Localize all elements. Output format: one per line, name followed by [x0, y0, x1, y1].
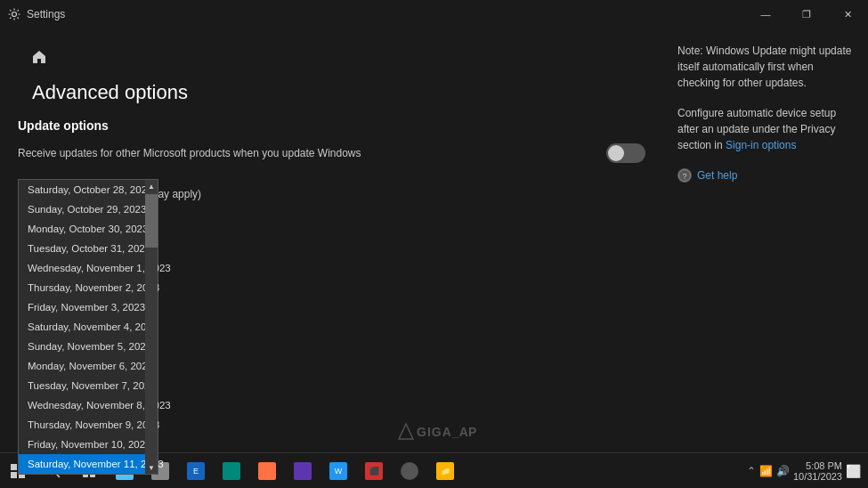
- date-dropdown[interactable]: Saturday, October 28, 2023 Sunday, Octob…: [18, 179, 158, 475]
- receive-updates-row: Receive updates for other Microsoft prod…: [18, 143, 645, 170]
- titlebar-controls: — ❐ ✕: [745, 0, 868, 28]
- dropdown-item-1[interactable]: Sunday, October 29, 2023: [19, 199, 158, 219]
- dropdown-item-11[interactable]: Wednesday, November 8, 2023: [19, 395, 158, 415]
- dropdown-area: connections (extra charges may apply) Sa…: [18, 188, 645, 200]
- taskbar-app-5[interactable]: [249, 453, 285, 489]
- page-header: Advanced options: [18, 74, 645, 118]
- dropdown-item-12[interactable]: Thursday, November 9, 2023: [19, 415, 158, 435]
- taskbar-app-8[interactable]: ⬛: [356, 453, 392, 489]
- svg-text:_AP: _AP: [451, 425, 476, 439]
- scrollbar-thumb[interactable]: [145, 194, 158, 248]
- update-options-section: Update options Receive updates for other…: [18, 118, 645, 488]
- notifications-button[interactable]: ⬜: [846, 464, 861, 478]
- main-content: Advanced options Update options Receive …: [0, 28, 868, 452]
- close-button[interactable]: ✕: [827, 0, 868, 28]
- help-row: ? Get help: [677, 167, 854, 183]
- receive-updates-toggle[interactable]: [606, 143, 645, 163]
- dropdown-item-8[interactable]: Sunday, November 5, 2023: [19, 337, 158, 356]
- main-left: Advanced options Update options Receive …: [0, 28, 663, 452]
- tray-volume: 🔊: [776, 465, 790, 477]
- dropdown-scrollbar[interactable]: ▲ ▼: [145, 180, 158, 474]
- section-title: Update options: [18, 118, 645, 133]
- dropdown-item-13[interactable]: Friday, November 10, 2023: [19, 435, 158, 454]
- time-display: 5:08 PM: [793, 460, 842, 471]
- app-title: Settings: [27, 8, 65, 20]
- titlebar: Settings — ❐ ✕: [0, 0, 868, 28]
- taskbar-app-4[interactable]: [214, 453, 249, 489]
- page-title: Advanced options: [32, 81, 631, 104]
- svg-text:?: ?: [682, 172, 686, 181]
- dropdown-item-2[interactable]: Monday, October 30, 2023: [19, 219, 158, 239]
- svg-marker-3: [399, 424, 413, 439]
- taskbar-app-9[interactable]: [392, 453, 427, 489]
- right-panel: Note: Windows Update might update itself…: [663, 28, 868, 452]
- sign-in-options-link[interactable]: Sign-in options: [726, 139, 796, 151]
- receive-updates-text: Receive updates for other Microsoft prod…: [18, 147, 599, 159]
- taskbar-app-6[interactable]: [285, 453, 320, 489]
- minimize-button[interactable]: —: [745, 0, 786, 28]
- watermark: GIGA _AP: [390, 417, 479, 443]
- tray-wifi: 📶: [759, 465, 773, 477]
- maximize-button[interactable]: ❐: [786, 0, 827, 28]
- svg-point-0: [12, 12, 17, 17]
- dropdown-item-5[interactable]: Thursday, November 2, 2023: [19, 278, 158, 297]
- dropdown-item-3[interactable]: Tuesday, October 31, 2023: [19, 239, 158, 258]
- svg-text:GIGA: GIGA: [417, 425, 452, 439]
- dropdown-item-7[interactable]: Saturday, November 4, 2023: [19, 317, 158, 337]
- scroll-down-button[interactable]: ▼: [145, 461, 158, 474]
- home-icon: [32, 50, 46, 67]
- settings-icon: [7, 7, 21, 21]
- note-text: Note: Windows Update might update itself…: [677, 43, 854, 91]
- dropdown-item-9[interactable]: Monday, November 6, 2023: [19, 356, 158, 376]
- taskbar-right: ⌃ 📶 🔊 5:08 PM 10/31/2023 ⬜: [747, 460, 868, 482]
- dropdown-item-0[interactable]: Saturday, October 28, 2023: [19, 180, 158, 199]
- dropdown-item-10[interactable]: Tuesday, November 7, 2023: [19, 376, 158, 395]
- taskbar-app-10[interactable]: 📁: [427, 453, 463, 489]
- taskbar-app-3[interactable]: E: [178, 453, 214, 489]
- date-display: 10/31/2023: [793, 471, 842, 482]
- taskbar-time[interactable]: 5:08 PM 10/31/2023: [793, 460, 842, 482]
- tray-icon-1: ⌃: [747, 465, 756, 477]
- configure-text: Configure automatic device setup after a…: [677, 105, 854, 153]
- home-nav[interactable]: [18, 43, 645, 74]
- taskbar-tray: ⌃ 📶 🔊: [747, 465, 790, 477]
- taskbar-app-7[interactable]: W: [320, 453, 356, 489]
- dropdown-item-4[interactable]: Wednesday, November 1, 2023: [19, 258, 158, 278]
- svg-rect-6: [11, 464, 17, 470]
- titlebar-left: Settings: [7, 7, 65, 21]
- help-icon: ?: [677, 168, 692, 183]
- svg-rect-8: [11, 472, 17, 478]
- dropdown-item-14[interactable]: Saturday, November 11, 2023: [19, 454, 158, 474]
- dropdown-item-6[interactable]: Friday, November 3, 2023: [19, 297, 158, 317]
- scroll-up-button[interactable]: ▲: [145, 180, 158, 192]
- get-help-link[interactable]: Get help: [697, 167, 737, 183]
